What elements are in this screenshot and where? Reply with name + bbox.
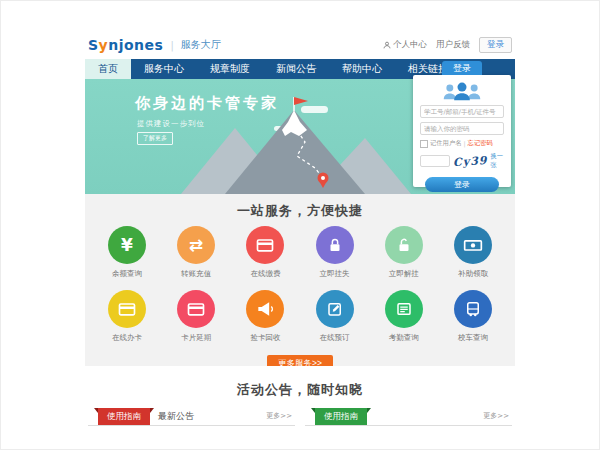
credit-card-icon	[117, 299, 137, 319]
service-transfer[interactable]: ⇄ 转账充值	[167, 226, 225, 279]
latest-news-tab[interactable]: 最新公告	[158, 408, 194, 425]
more-link[interactable]: 更多>>	[483, 408, 509, 425]
guide-ribbon-tab[interactable]: 使用指南	[98, 408, 150, 425]
login-submit-button[interactable]: 登录	[425, 177, 499, 192]
login-tab[interactable]: 登录	[442, 61, 482, 75]
hero-banner: 你身边的卡管专家 提供建设一步到位 了解更多 登录	[85, 79, 515, 194]
edit-icon	[326, 300, 344, 318]
service-apply-card[interactable]: 在线办卡	[98, 290, 156, 343]
service-label: 考勤查询	[375, 333, 433, 343]
logo-prefix: S	[88, 37, 99, 53]
announcement-panels: 使用指南 最新公告 更多>> 使用指南 更多>>	[85, 408, 515, 426]
service-label: 在线办卡	[98, 333, 156, 343]
users-group-icon	[441, 81, 483, 101]
logo[interactable]: Synjones	[88, 37, 163, 53]
logo-y-mark: y	[99, 37, 109, 53]
captcha-row: Cy39 换一张	[420, 152, 504, 170]
megaphone-icon	[255, 299, 275, 319]
personal-center-link[interactable]: 个人中心	[383, 39, 427, 51]
logo-divider: |	[170, 40, 173, 51]
transfer-arrows-icon: ⇄	[189, 237, 203, 254]
announcement-panel-left: 使用指南 最新公告 更多>>	[88, 408, 295, 426]
service-subsidy[interactable]: 补助领取	[444, 226, 502, 279]
service-label: 校车查询	[444, 333, 502, 343]
banner-cta-button[interactable]: 了解更多	[137, 132, 173, 145]
nav-item-service-center[interactable]: 服务中心	[131, 59, 197, 79]
feedback-link[interactable]: 用户反馈	[436, 39, 470, 51]
services-section: 一站服务，方便快捷 ¥ 余额查询 ⇄ 转账充值 在线缴费 立即挂失	[85, 194, 515, 366]
header-login-button[interactable]: 登录	[479, 37, 512, 53]
service-unfreeze[interactable]: 立即解挂	[375, 226, 433, 279]
header: Synjones | 服务大厅 个人中心 用户反馈 登录	[85, 31, 515, 59]
guide-ribbon-tab[interactable]: 使用指南	[315, 408, 367, 425]
service-online-booking[interactable]: 在线预订	[306, 290, 364, 343]
banknote-icon	[463, 235, 483, 255]
site-title: 服务大厅	[181, 38, 221, 52]
service-label: 补助领取	[444, 269, 502, 279]
announcement-panel-right: 使用指南 更多>>	[305, 408, 512, 426]
remember-checkbox[interactable]	[420, 140, 428, 148]
more-link[interactable]: 更多>>	[266, 408, 292, 425]
services-row-2: 在线办卡 卡片延期 捡卡回收 在线预订 考勤查询	[98, 290, 502, 343]
credit-card-icon	[186, 299, 206, 319]
service-balance[interactable]: ¥ 余额查询	[98, 226, 156, 279]
nav-item-news[interactable]: 新闻公告	[263, 59, 329, 79]
service-label: 卡片延期	[167, 333, 225, 343]
service-card-recycle[interactable]: 捡卡回收	[236, 290, 294, 343]
yen-icon: ¥	[121, 237, 133, 254]
site-container: Synjones | 服务大厅 个人中心 用户反馈 登录 首页 服务中心 规章制…	[85, 31, 515, 426]
service-label: 余额查询	[98, 269, 156, 279]
captcha-refresh-link[interactable]: 换一张	[490, 152, 504, 170]
service-label: 在线缴费	[236, 269, 294, 279]
login-options-row: 记住用户名 | 忘记密码	[420, 139, 504, 148]
service-label: 立即挂失	[306, 269, 364, 279]
mountain-illustration	[173, 94, 411, 194]
list-icon	[395, 300, 413, 318]
password-input[interactable]	[420, 122, 504, 135]
unlock-icon	[395, 236, 413, 254]
service-attendance[interactable]: 考勤查询	[375, 290, 433, 343]
service-label: 捡卡回收	[236, 333, 294, 343]
captcha-input[interactable]	[420, 155, 450, 167]
service-report-loss[interactable]: 立即挂失	[306, 226, 364, 279]
nav-item-rules[interactable]: 规章制度	[197, 59, 263, 79]
nav-item-help[interactable]: 帮助中心	[329, 59, 395, 79]
service-label: 立即解挂	[375, 269, 433, 279]
feedback-label: 用户反馈	[436, 39, 470, 51]
service-pay-online[interactable]: 在线缴费	[236, 226, 294, 279]
lock-icon	[326, 236, 344, 254]
forgot-password-link[interactable]: 忘记密码	[468, 139, 493, 148]
announcements-section: 活动公告，随时知晓 使用指南 最新公告 更多>> 使用指南 更多>>	[85, 366, 515, 426]
username-input[interactable]	[420, 105, 504, 118]
services-heading: 一站服务，方便快捷	[85, 194, 515, 220]
remember-label: 记住用户名	[430, 139, 461, 148]
bus-icon	[464, 300, 482, 318]
captcha-image[interactable]: Cy39	[453, 153, 488, 168]
personal-center-label: 个人中心	[393, 39, 427, 51]
nav-item-home[interactable]: 首页	[85, 59, 131, 79]
login-panel: 登录 记住用户名 | 忘记密码 Cy39 换一张	[413, 75, 511, 187]
service-school-bus[interactable]: 校车查询	[444, 290, 502, 343]
header-links: 个人中心 用户反馈 登录	[383, 37, 512, 53]
more-services-button[interactable]: 更多服务>>	[267, 355, 333, 366]
services-grid: ¥ 余额查询 ⇄ 转账充值 在线缴费 立即挂失 立即解挂	[85, 226, 515, 343]
services-row-1: ¥ 余额查询 ⇄ 转账充值 在线缴费 立即挂失 立即解挂	[98, 226, 502, 279]
service-label: 在线预订	[306, 333, 364, 343]
options-divider: |	[463, 140, 465, 147]
credit-card-icon	[255, 235, 275, 255]
announcements-heading: 活动公告，随时知晓	[85, 373, 515, 399]
service-card-extension[interactable]: 卡片延期	[167, 290, 225, 343]
service-label: 转账充值	[167, 269, 225, 279]
logo-rest: njones	[108, 37, 163, 53]
person-icon	[383, 41, 391, 49]
